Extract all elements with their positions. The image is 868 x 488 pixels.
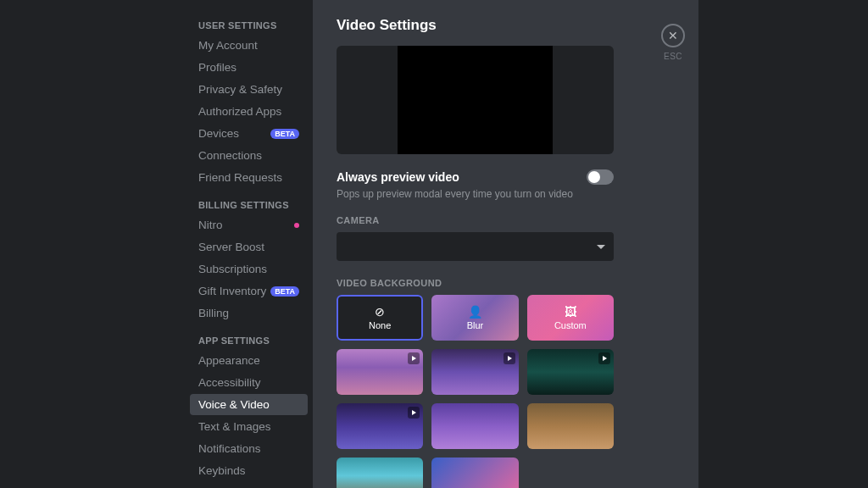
sidebar-item-nitro[interactable]: Nitro <box>190 214 308 236</box>
page-title: Video Settings <box>337 17 614 34</box>
sidebar-item-language[interactable]: Language <box>190 482 308 488</box>
sidebar-item-label: Authorized Apps <box>198 105 281 118</box>
beta-badge: BETA <box>270 129 299 139</box>
sidebar-item-label: Nitro <box>198 219 223 231</box>
custom-icon: 🖼 <box>565 305 576 319</box>
background-grid: ⊘ None 👤 Blur 🖼 Custom <box>337 295 614 488</box>
left-gutter <box>0 0 190 488</box>
bg-tile-preset-8[interactable] <box>431 458 518 488</box>
sidebar-section-title: BILLING SETTINGS <box>190 197 308 214</box>
sidebar-item-label: Keybinds <box>198 464 246 477</box>
sidebar-item-label: Devices <box>198 127 239 140</box>
bg-tile-none[interactable]: ⊘ None <box>337 295 423 341</box>
sidebar-item-label: Billing <box>198 307 229 319</box>
sidebar-item-gift-inventory[interactable]: Gift InventoryBETA <box>190 280 308 302</box>
sidebar-item-billing[interactable]: Billing <box>190 302 308 324</box>
bg-tile-custom[interactable]: 🖼 Custom <box>527 295 614 341</box>
sidebar-item-keybinds[interactable]: Keybinds <box>190 460 308 481</box>
always-preview-row: Always preview video ✕ <box>337 169 614 185</box>
tile-label: Blur <box>467 320 484 330</box>
sidebar-item-my-account[interactable]: My Account <box>190 35 308 56</box>
close-area: ✕ ESC <box>648 0 698 488</box>
always-preview-toggle[interactable]: ✕ <box>587 169 614 185</box>
bg-tile-preset-7[interactable] <box>337 458 423 488</box>
always-preview-desc: Pops up preview modal every time you tur… <box>337 188 614 200</box>
sidebar-item-label: Appearance <box>198 354 260 367</box>
sidebar-section-title: APP SETTINGS <box>190 332 308 349</box>
sidebar-item-text-images[interactable]: Text & Images <box>190 416 308 437</box>
settings-content: Video Settings Always preview video ✕ Po… <box>313 0 648 488</box>
nitro-dot-icon <box>294 223 299 228</box>
sidebar-item-voice-video[interactable]: Voice & Video <box>190 394 308 415</box>
sidebar-item-notifications[interactable]: Notifications <box>190 438 308 459</box>
none-icon: ⊘ <box>375 305 385 319</box>
video-preview <box>337 46 614 154</box>
settings-sidebar: USER SETTINGSMy AccountProfilesPrivacy &… <box>190 0 313 488</box>
sidebar-item-devices[interactable]: DevicesBETA <box>190 123 308 144</box>
sidebar-item-label: Subscriptions <box>198 263 267 275</box>
sidebar-item-subscriptions[interactable]: Subscriptions <box>190 258 308 280</box>
sidebar-item-friend-requests[interactable]: Friend Requests <box>190 167 308 188</box>
sidebar-item-appearance[interactable]: Appearance <box>190 350 308 371</box>
sidebar-item-label: Friend Requests <box>198 171 282 184</box>
play-icon <box>408 352 420 364</box>
bg-tile-preset-5[interactable] <box>431 403 518 449</box>
sidebar-item-label: Server Boost <box>198 241 264 253</box>
sidebar-item-connections[interactable]: Connections <box>190 145 308 166</box>
sidebar-item-privacy-safety[interactable]: Privacy & Safety <box>190 79 308 100</box>
sidebar-item-label: Accessibility <box>198 376 261 389</box>
play-icon <box>598 352 610 364</box>
video-preview-feed <box>398 46 553 154</box>
camera-select[interactable] <box>337 232 614 261</box>
sidebar-item-label: Voice & Video <box>198 398 270 411</box>
bg-tile-preset-4[interactable] <box>337 403 423 449</box>
bg-tile-preset-1[interactable] <box>337 349 423 395</box>
tile-label: Custom <box>554 320 587 330</box>
right-gutter <box>698 0 868 488</box>
sidebar-item-label: Notifications <box>198 442 261 455</box>
camera-label: CAMERA <box>337 215 614 225</box>
chevron-down-icon <box>597 245 605 249</box>
always-preview-label: Always preview video <box>337 170 459 184</box>
sidebar-item-profiles[interactable]: Profiles <box>190 57 308 78</box>
close-icon: ✕ <box>668 29 678 42</box>
bg-tile-blur[interactable]: 👤 Blur <box>431 295 518 341</box>
bg-tile-preset-2[interactable] <box>431 349 518 395</box>
blur-icon: 👤 <box>468 305 482 319</box>
esc-label: ESC <box>664 52 682 61</box>
close-button[interactable]: ✕ <box>661 24 685 47</box>
play-icon <box>504 352 515 364</box>
sidebar-item-label: Connections <box>198 149 262 162</box>
sidebar-section-title: USER SETTINGS <box>190 17 308 34</box>
sidebar-item-label: Privacy & Safety <box>198 83 282 96</box>
bg-tile-preset-6[interactable] <box>527 403 614 449</box>
sidebar-item-label: My Account <box>198 39 258 52</box>
sidebar-item-server-boost[interactable]: Server Boost <box>190 236 308 258</box>
video-background-label: VIDEO BACKGROUND <box>337 278 614 288</box>
sidebar-item-label: Text & Images <box>198 420 271 433</box>
sidebar-item-label: Gift Inventory <box>198 285 266 297</box>
tile-label: None <box>369 320 391 330</box>
sidebar-item-accessibility[interactable]: Accessibility <box>190 372 308 393</box>
sidebar-item-label: Profiles <box>198 61 236 74</box>
play-icon <box>408 407 420 419</box>
bg-tile-preset-3[interactable] <box>527 349 614 395</box>
beta-badge: BETA <box>270 286 299 297</box>
sidebar-item-authorized-apps[interactable]: Authorized Apps <box>190 101 308 122</box>
